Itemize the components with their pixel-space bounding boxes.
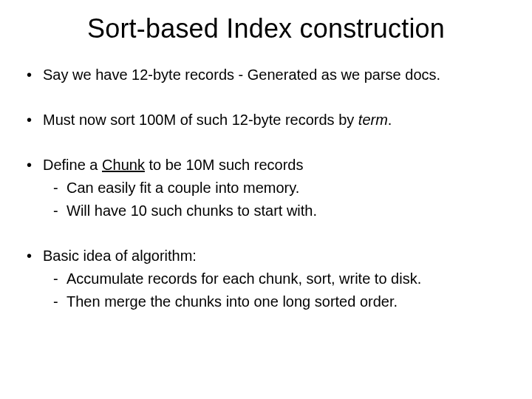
sub-item: Then merge the chunks into one long sort… [43, 292, 510, 312]
sub-text: Then merge the chunks into one long sort… [66, 293, 398, 310]
bullet-item: Basic idea of algorithm: Accumulate reco… [22, 246, 510, 312]
bullet-text: Say we have 12-byte records - Generated … [43, 66, 440, 83]
term-italic: term [358, 112, 388, 128]
sub-list: Can easily fit a couple into memory. Wil… [43, 178, 510, 221]
sub-item: Can easily fit a couple into memory. [43, 178, 510, 198]
bullet-text: Basic idea of algorithm: [43, 248, 197, 264]
bullet-item: Must now sort 100M of such 12-byte recor… [22, 110, 510, 130]
bullet-item: Define a Chunk to be 10M such records Ca… [22, 155, 510, 221]
slide-title: Sort-based Index construction [22, 13, 510, 44]
slide: Sort-based Index construction Say we hav… [0, 0, 532, 399]
chunk-underline: Chunk [102, 157, 145, 173]
sub-list: Accumulate records for each chunk, sort,… [43, 269, 510, 312]
sub-text: Will have 10 such chunks to start with. [66, 202, 317, 219]
bullet-text: . [388, 112, 392, 128]
bullet-item: Say we have 12-byte records - Generated … [22, 65, 510, 85]
bullet-text: Define a [43, 157, 102, 173]
sub-text: Can easily fit a couple into memory. [66, 180, 299, 196]
sub-item: Will have 10 such chunks to start with. [43, 201, 510, 221]
bullet-list: Say we have 12-byte records - Generated … [22, 65, 510, 312]
bullet-text: Must now sort 100M of such 12-byte recor… [43, 112, 358, 128]
sub-text: Accumulate records for each chunk, sort,… [66, 270, 421, 287]
sub-item: Accumulate records for each chunk, sort,… [43, 269, 510, 289]
bullet-text: to be 10M such records [145, 157, 304, 173]
